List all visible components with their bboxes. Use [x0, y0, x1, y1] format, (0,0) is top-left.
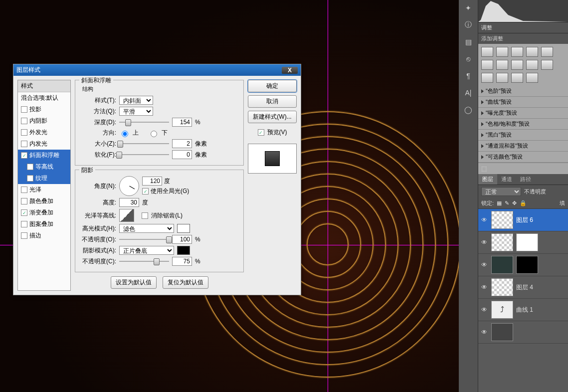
- layer-name[interactable]: 图层 4: [516, 283, 533, 292]
- bw-icon[interactable]: [511, 60, 523, 70]
- angle-dial[interactable]: [119, 176, 139, 196]
- tab-layers[interactable]: 图层: [478, 174, 497, 185]
- checkbox-icon[interactable]: ✓: [258, 129, 264, 136]
- style-satin[interactable]: 光泽: [18, 184, 70, 196]
- depth-input[interactable]: [172, 118, 192, 127]
- layer-mask-thumb[interactable]: [516, 256, 538, 274]
- preset-channel-mixer[interactable]: "通道混和器"预设: [478, 141, 568, 152]
- style-inner-shadow[interactable]: 内阴影: [18, 115, 70, 127]
- visibility-icon[interactable]: 👁: [480, 284, 488, 291]
- style-bevel-emboss[interactable]: ✓斜面和浮雕: [18, 150, 70, 161]
- soften-input[interactable]: [172, 150, 192, 159]
- checkbox-icon[interactable]: [21, 129, 27, 136]
- levels-icon[interactable]: [496, 47, 508, 57]
- checkbox-icon[interactable]: ✓: [21, 209, 27, 216]
- style-gradient-overlay[interactable]: ✓渐变叠加: [18, 207, 70, 218]
- style-stroke[interactable]: 描边: [18, 230, 70, 241]
- style-select[interactable]: 内斜面: [119, 96, 153, 105]
- highlight-mode-select[interactable]: 滤色: [119, 224, 174, 233]
- preset-levels[interactable]: "色阶"预设: [478, 86, 568, 97]
- hue-icon[interactable]: [481, 60, 493, 70]
- cancel-button[interactable]: 取消: [248, 95, 297, 108]
- layer-thumb[interactable]: [491, 211, 513, 229]
- checkbox-icon[interactable]: [21, 232, 27, 239]
- layer-row[interactable]: 👁图层 6: [478, 209, 568, 231]
- global-light-label[interactable]: 使用全局光(G): [151, 187, 189, 196]
- preset-exposure[interactable]: "曝光度"预设: [478, 108, 568, 119]
- contour-picker[interactable]: [119, 209, 134, 222]
- lock-brush-icon[interactable]: ✎: [505, 200, 509, 206]
- info-icon[interactable]: ⓘ: [463, 20, 473, 30]
- altitude-input[interactable]: [119, 198, 139, 207]
- visibility-icon[interactable]: 👁: [480, 261, 488, 268]
- checkbox-icon[interactable]: [21, 141, 27, 147]
- paragraph-icon[interactable]: ¶: [463, 71, 473, 81]
- layer-mask-thumb[interactable]: [516, 233, 538, 251]
- style-inner-glow[interactable]: 内发光: [18, 138, 70, 150]
- adjustments-tab[interactable]: 调整: [478, 22, 568, 33]
- new-style-button[interactable]: 新建样式(W)...: [248, 111, 297, 123]
- visibility-icon[interactable]: 👁: [480, 239, 488, 246]
- style-outer-glow[interactable]: 外发光: [18, 127, 70, 138]
- layer-thumb[interactable]: [491, 323, 513, 341]
- threshold-icon[interactable]: [496, 73, 508, 83]
- style-pattern-overlay[interactable]: 图案叠加: [18, 218, 70, 230]
- lock-move-icon[interactable]: ✥: [512, 200, 517, 206]
- preset-bw[interactable]: "黑白"预设: [478, 130, 568, 141]
- sh-opacity-slider[interactable]: [119, 258, 169, 265]
- style-contour[interactable]: 等高线: [18, 161, 70, 173]
- hl-opacity-input[interactable]: [172, 235, 192, 244]
- close-icon[interactable]: X: [282, 67, 298, 74]
- histogram-panel[interactable]: [478, 0, 568, 22]
- styles-header[interactable]: 样式: [18, 80, 70, 92]
- layer-row[interactable]: 👁: [478, 231, 568, 254]
- curves-icon[interactable]: [511, 47, 523, 57]
- shadow-mode-select[interactable]: 正片叠底: [119, 246, 174, 255]
- layer-name[interactable]: 图层 6: [516, 216, 533, 224]
- gradient-map-icon[interactable]: [511, 73, 523, 83]
- layer-row[interactable]: 👁: [478, 321, 568, 344]
- highlight-color-swatch[interactable]: [177, 224, 190, 233]
- checkbox-icon[interactable]: [21, 198, 27, 204]
- visibility-icon[interactable]: 👁: [480, 216, 488, 223]
- visibility-icon[interactable]: 👁: [480, 306, 488, 313]
- checkbox-icon[interactable]: [21, 106, 27, 113]
- tab-paths[interactable]: 路径: [516, 174, 535, 185]
- dialog-titlebar[interactable]: 图层样式 X: [13, 64, 301, 76]
- style-texture[interactable]: 纹理: [18, 173, 70, 184]
- visibility-icon[interactable]: 👁: [480, 329, 488, 336]
- photo-filter-icon[interactable]: [526, 60, 538, 70]
- checkbox-icon[interactable]: ✓: [142, 188, 149, 195]
- dir-down-radio[interactable]: [151, 131, 157, 137]
- preset-curves[interactable]: "曲线"预设: [478, 97, 568, 108]
- layer-row[interactable]: 👁图层 4: [478, 276, 568, 299]
- reset-default-button[interactable]: 复位为默认值: [163, 276, 208, 289]
- preset-selective[interactable]: "可选颜色"预设: [478, 152, 568, 163]
- blend-mode-select[interactable]: 正常: [481, 187, 521, 196]
- layer-row[interactable]: 👁: [478, 254, 568, 276]
- checkbox-icon[interactable]: [21, 221, 27, 227]
- clip-icon[interactable]: ⬚: [481, 165, 487, 172]
- camera-icon[interactable]: ◯: [463, 105, 473, 115]
- checkbox-icon[interactable]: [21, 118, 27, 124]
- tab-channels[interactable]: 通道: [497, 174, 516, 185]
- lock-all-icon[interactable]: 🔒: [520, 200, 527, 206]
- layer-thumb[interactable]: [491, 256, 513, 274]
- swatches-icon[interactable]: ▤: [463, 37, 473, 47]
- dir-up-radio[interactable]: [122, 131, 128, 137]
- posterize-icon[interactable]: [481, 73, 493, 83]
- layer-thumb[interactable]: [491, 278, 513, 296]
- layer-name[interactable]: 曲线 1: [516, 306, 533, 314]
- compass-icon[interactable]: ✦: [463, 3, 473, 13]
- checkbox-icon[interactable]: ✓: [21, 152, 27, 159]
- style-color-overlay[interactable]: 颜色叠加: [18, 196, 70, 207]
- exposure-icon[interactable]: [526, 47, 538, 57]
- shadow-color-swatch[interactable]: [177, 246, 190, 255]
- character-icon[interactable]: A|: [463, 88, 473, 98]
- soften-slider[interactable]: [119, 151, 169, 158]
- preset-hue[interactable]: "色相/饱和度"预设: [478, 119, 568, 130]
- size-slider[interactable]: [119, 140, 169, 147]
- hl-opacity-slider[interactable]: [119, 236, 169, 243]
- selective-icon[interactable]: [526, 73, 538, 83]
- balance-icon[interactable]: [496, 60, 508, 70]
